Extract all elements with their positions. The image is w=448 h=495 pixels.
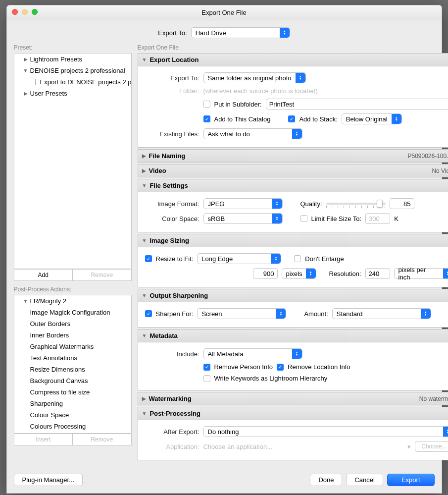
traffic-lights <box>12 9 38 15</box>
existing-files-select[interactable]: Ask what to do <box>203 128 302 139</box>
plugin-manager-button[interactable]: Plug-in Manager... <box>14 474 83 486</box>
section-header[interactable]: ▼ Metadata <box>138 330 448 342</box>
export-button[interactable]: Export <box>387 474 435 486</box>
post-action-item[interactable]: Text Annotations <box>14 352 131 364</box>
remove-location-checkbox[interactable] <box>277 364 284 371</box>
cancel-button[interactable]: Cancel <box>346 474 383 486</box>
subfolder-checkbox[interactable] <box>203 101 210 108</box>
disclosure-down-icon: ▼ <box>142 183 147 188</box>
resize-select[interactable]: Long Edge <box>197 253 281 264</box>
image-format-select[interactable]: JPEG <box>203 198 283 209</box>
disclosure-down-icon: ▼ <box>23 298 28 304</box>
disclosure-down-icon: ▼ <box>142 293 147 298</box>
section-header[interactable]: ▼ File Settings <box>138 179 448 192</box>
export-location-select[interactable]: Same folder as original photo <box>203 72 306 83</box>
dont-enlarge-label: Don't Enlarge <box>305 255 344 263</box>
keywords-label: Write Keywords as Lightroom Hierarchy <box>214 375 328 382</box>
add-catalog-checkbox[interactable] <box>203 115 210 122</box>
minimize-window-button[interactable] <box>22 9 28 15</box>
dimension-unit-select[interactable]: pixels <box>282 268 316 279</box>
section-header[interactable]: ▼ Image Sizing <box>138 234 448 247</box>
dropdown-icon: ▾ <box>407 443 411 450</box>
resolution-label: Resolution: <box>329 270 361 277</box>
preset-item[interactable]: ▶ Lightroom Presets <box>14 54 131 65</box>
disclosure-right-icon: ▶ <box>142 153 146 159</box>
section-header[interactable]: ▼ Output Sharpening <box>138 289 448 302</box>
post-action-item[interactable]: Graphical Watermarks <box>14 341 131 352</box>
section-metadata: ▼ Metadata Include: All Metadata Remove … <box>138 329 448 390</box>
disclosure-down-icon: ▼ <box>142 238 147 243</box>
post-action-item[interactable]: Compress to file size <box>14 386 131 398</box>
post-action-item[interactable]: Inner Borders <box>14 330 131 341</box>
section-header[interactable]: ▶ Watermarking No watermark <box>138 392 448 405</box>
post-action-item[interactable]: Outer Borders <box>14 318 131 330</box>
subfolder-label: Put in Subfolder: <box>214 101 262 108</box>
metadata-include-select[interactable]: All Metadata <box>203 348 302 359</box>
section-watermarking: ▶ Watermarking No watermark <box>138 392 448 405</box>
post-action-item[interactable]: Background Canvas <box>14 375 131 386</box>
post-action-item[interactable]: Resize Dimensions <box>14 364 131 375</box>
insert-action-button[interactable]: Insert <box>14 434 73 445</box>
add-catalog-label: Add to This Catalog <box>214 115 271 123</box>
quality-slider[interactable] <box>326 203 386 205</box>
watermarking-value: No watermark <box>419 395 448 402</box>
window-title: Export One File <box>201 9 246 16</box>
post-action-item[interactable]: Sharpening <box>14 398 131 409</box>
section-sharpening: ▼ Output Sharpening Sharpen For: Screen … <box>138 289 448 328</box>
post-actions-list[interactable]: ▼ LR/Mogrify 2 Image Magick Configuratio… <box>14 295 132 434</box>
label: Include: <box>145 350 199 358</box>
remove-person-checkbox[interactable] <box>203 364 210 371</box>
sharpen-checkbox[interactable] <box>145 310 152 317</box>
limit-size-checkbox[interactable] <box>300 215 307 222</box>
stack-select[interactable]: Below Original <box>342 113 402 124</box>
remove-action-button[interactable]: Remove <box>72 434 132 445</box>
choose-application-button[interactable]: Choose... <box>415 441 448 452</box>
disclosure-right-icon: ▶ <box>142 168 146 173</box>
remove-preset-button[interactable]: Remove <box>72 269 132 281</box>
close-window-button[interactable] <box>12 9 18 15</box>
file-naming-value: P5090026-100.jpg <box>407 153 448 160</box>
amount-label: Amount: <box>304 310 328 318</box>
section-header[interactable]: ▶ Video No Video <box>138 165 448 177</box>
quality-input[interactable] <box>390 198 414 209</box>
dimension-input[interactable] <box>253 268 278 279</box>
section-file-settings: ▼ File Settings Image Format: JPEG Quali… <box>138 179 448 232</box>
add-stack-checkbox[interactable] <box>288 115 295 122</box>
zoom-window-button[interactable] <box>32 9 38 15</box>
section-header[interactable]: ▶ File Naming P5090026-100.jpg <box>138 150 448 162</box>
disclosure-down-icon: ▼ <box>142 57 147 62</box>
preset-item[interactable]: ▶ User Presets <box>14 88 131 99</box>
post-action-item[interactable]: Colours Processing <box>14 421 131 432</box>
limit-label: Limit File Size To: <box>311 215 362 222</box>
section-header[interactable]: ▼ Post-Processing <box>138 407 448 420</box>
subfolder-input[interactable] <box>266 99 448 110</box>
done-button[interactable]: Done <box>310 474 342 486</box>
limit-size-input[interactable] <box>365 213 390 224</box>
keywords-checkbox[interactable] <box>203 375 210 382</box>
remove-person-label: Remove Person Info <box>214 363 273 371</box>
amount-select[interactable]: Standard <box>332 308 431 319</box>
preset-checkbox[interactable] <box>35 79 36 85</box>
section-file-naming: ▶ File Naming P5090026-100.jpg <box>138 149 448 163</box>
resolution-unit-select[interactable]: pixels per inch <box>394 268 448 279</box>
sharpen-label: Sharpen For: <box>156 310 194 318</box>
resize-label: Resize to Fit: <box>156 255 194 263</box>
post-action-item[interactable]: Colour Space <box>14 409 131 421</box>
color-space-select[interactable]: sRGB <box>203 213 283 224</box>
add-preset-button[interactable]: Add <box>14 269 73 281</box>
sharpen-for-select[interactable]: Screen <box>197 308 286 319</box>
post-action-group[interactable]: ▼ LR/Mogrify 2 <box>14 295 131 307</box>
after-export-select[interactable]: Do nothing <box>203 426 448 437</box>
export-to-select[interactable]: Hard Drive <box>191 27 290 38</box>
dont-enlarge-checkbox[interactable] <box>294 255 301 262</box>
resolution-input[interactable] <box>365 268 390 279</box>
label: Folder: <box>145 87 199 95</box>
preset-item[interactable]: ▼ DENOISE projects 2 professional <box>14 65 131 76</box>
preset-list[interactable]: ▶ Lightroom Presets ▼ DENOISE projects 2… <box>14 53 132 269</box>
post-action-item[interactable]: Image Magick Configuration <box>14 307 131 318</box>
preset-subitem[interactable]: Export to DENOISE projects 2 professiona… <box>14 76 131 88</box>
disclosure-down-icon: ▼ <box>142 333 147 338</box>
post-actions-header: Post-Process Actions: <box>14 286 132 293</box>
section-header[interactable]: ▼ Export Location <box>138 54 448 66</box>
resize-checkbox[interactable] <box>145 255 152 262</box>
